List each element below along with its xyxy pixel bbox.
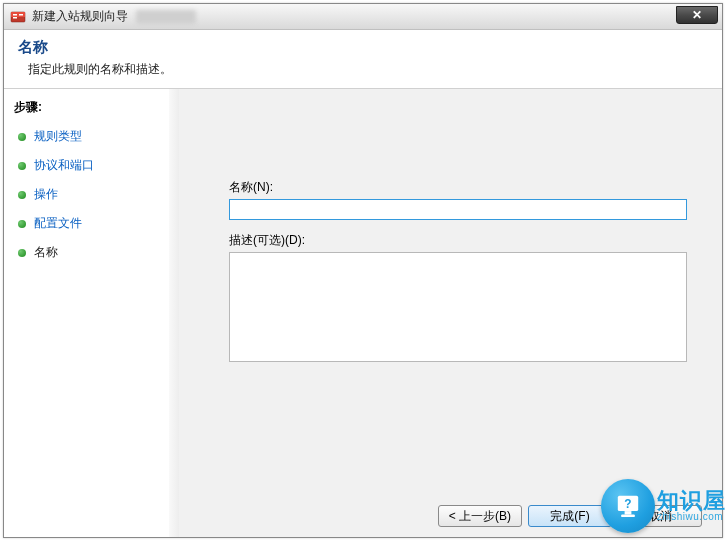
step-protocol-ports[interactable]: 协议和端口 [4, 151, 179, 180]
svg-text:?: ? [624, 497, 631, 511]
bullet-icon [18, 249, 26, 257]
window-title: 新建入站规则向导 [32, 8, 128, 25]
svg-rect-7 [621, 515, 635, 518]
brand-circle-icon: ? [601, 479, 655, 533]
svg-rect-2 [13, 14, 17, 16]
step-label: 协议和端口 [34, 157, 94, 174]
svg-rect-4 [19, 14, 23, 16]
page-title: 名称 [18, 38, 708, 57]
wizard-body: 步骤: 规则类型 协议和端口 操作 配置文件 名称 [4, 89, 722, 537]
step-label: 配置文件 [34, 215, 82, 232]
brand-url: zhishiwu.com [657, 512, 726, 523]
app-icon [10, 9, 26, 25]
brand-name: 知识屋 [657, 489, 726, 512]
finish-button[interactable]: 完成(F) [528, 505, 612, 527]
step-label: 名称 [34, 244, 58, 261]
step-rule-type[interactable]: 规则类型 [4, 122, 179, 151]
step-profile[interactable]: 配置文件 [4, 209, 179, 238]
name-input[interactable] [229, 199, 687, 220]
close-button[interactable]: ✕ [676, 6, 718, 24]
svg-rect-3 [13, 17, 17, 19]
wizard-content: 名称(N): 描述(可选)(D): < 上一步(B) 完成(F) 取消 [179, 89, 722, 537]
wizard-header: 名称 指定此规则的名称和描述。 [4, 30, 722, 89]
bullet-icon [18, 162, 26, 170]
name-label: 名称(N): [229, 179, 687, 196]
titlebar-blur [136, 10, 196, 24]
page-subtitle: 指定此规则的名称和描述。 [28, 61, 708, 78]
step-label: 规则类型 [34, 128, 82, 145]
form-area: 名称(N): 描述(可选)(D): [229, 179, 687, 365]
brand-text: 知识屋 zhishiwu.com [657, 489, 726, 523]
steps-sidebar: 步骤: 规则类型 协议和端口 操作 配置文件 名称 [4, 89, 179, 537]
description-label: 描述(可选)(D): [229, 232, 687, 249]
steps-heading: 步骤: [4, 95, 179, 122]
close-icon: ✕ [692, 8, 702, 22]
brand-watermark: ? 知识屋 zhishiwu.com [601, 479, 726, 533]
step-name[interactable]: 名称 [4, 238, 179, 267]
bullet-icon [18, 220, 26, 228]
bullet-icon [18, 133, 26, 141]
bullet-icon [18, 191, 26, 199]
description-textarea[interactable] [229, 252, 687, 362]
svg-rect-6 [625, 511, 632, 514]
step-action[interactable]: 操作 [4, 180, 179, 209]
wizard-window: 新建入站规则向导 ✕ 名称 指定此规则的名称和描述。 步骤: 规则类型 协议和端… [3, 3, 723, 538]
titlebar: 新建入站规则向导 ✕ [4, 4, 722, 30]
back-button[interactable]: < 上一步(B) [438, 505, 522, 527]
step-label: 操作 [34, 186, 58, 203]
